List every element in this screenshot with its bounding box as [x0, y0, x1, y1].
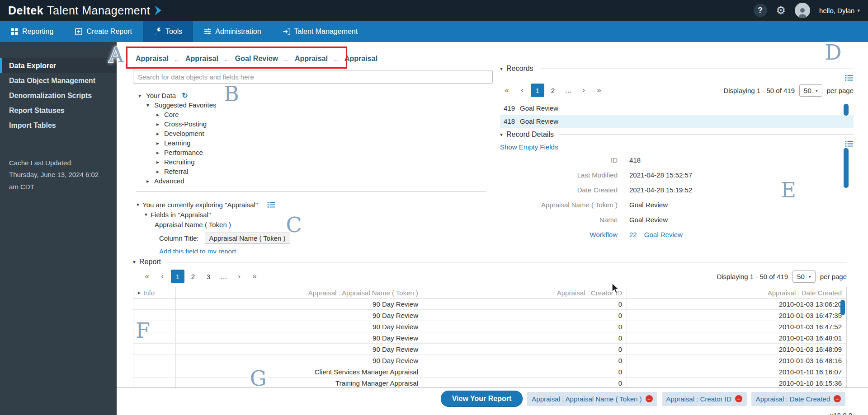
record-details-header[interactable]: ▾ Record Details	[500, 131, 854, 139]
tree-node-recruiting[interactable]: ▸ Recruiting	[156, 157, 495, 167]
fields-in-header[interactable]: ▾ Fields in "Appraisal"	[145, 210, 495, 219]
info-column-header[interactable]: ▸ Info	[133, 287, 176, 298]
table-row[interactable]: 90 Day Review02010-01-03 13:06:20	[133, 298, 846, 310]
workflow-id-link[interactable]: 22	[629, 231, 637, 238]
caret-down-icon[interactable]: ▾	[500, 65, 503, 72]
tree-node-learning[interactable]: ▸ Learning	[156, 138, 495, 148]
sidebar-item-report-statuses[interactable]: Report Statuses	[0, 103, 117, 118]
column-header-appraisal-name[interactable]: Appraisal : Appraisal Name ( Token )	[176, 287, 423, 298]
records-header[interactable]: ▾ Records	[500, 65, 854, 73]
view-report-button[interactable]: View Your Report	[441, 391, 523, 407]
refresh-icon[interactable]: ↻	[182, 91, 188, 100]
caret-right-icon[interactable]: ▸	[156, 121, 161, 127]
caret-right-icon[interactable]: ▸	[146, 178, 151, 184]
caret-down-icon[interactable]: ▾	[145, 211, 147, 218]
first-page-button[interactable]: «	[140, 270, 154, 283]
remove-field-icon[interactable]: −	[735, 395, 742, 402]
record-row-selected[interactable]: 418 Goal Review	[500, 115, 854, 128]
table-row[interactable]: 90 Day Review02010-01-03 16:48:16	[133, 355, 846, 366]
user-menu[interactable]: hello, Dylan ▾	[819, 7, 860, 14]
sidebar-item-import-tables[interactable]: Import Tables	[0, 118, 117, 133]
tree-node-suggested-favorites[interactable]: ▾ Suggested Favorites	[146, 100, 495, 110]
nav-tab-create-report[interactable]: Create Report	[64, 21, 143, 42]
report-field-chip[interactable]: Appraisal : Creator ID −	[662, 392, 747, 406]
table-row[interactable]: Training Manager Appraisal02010-01-10 16…	[133, 378, 846, 388]
brand-logo[interactable]: Deltek Talent Management	[8, 4, 161, 17]
next-page-button[interactable]: ›	[232, 270, 246, 283]
tree-node-your-data[interactable]: ▾ Your Data ↻	[138, 91, 495, 100]
page-button-2[interactable]: 2	[186, 270, 200, 283]
page-button-2[interactable]: 2	[546, 84, 560, 97]
add-field-link[interactable]: Add this field to my report	[159, 247, 236, 254]
page-button-1[interactable]: 1	[531, 84, 544, 97]
remove-field-icon[interactable]: −	[834, 395, 841, 402]
caret-down-icon[interactable]: ▾	[137, 201, 139, 208]
page-button-1[interactable]: 1	[171, 270, 184, 283]
caret-right-icon[interactable]: ▸	[156, 149, 161, 156]
last-page-button[interactable]: »	[248, 270, 261, 283]
tree-node-cross-posting[interactable]: ▸ Cross-Posting	[156, 119, 495, 129]
help-icon[interactable]: ?	[754, 4, 767, 17]
caret-right-icon[interactable]: ▸	[156, 168, 161, 175]
list-icon[interactable]	[845, 140, 854, 147]
nav-tab-reporting[interactable]: Reporting	[0, 21, 64, 42]
show-empty-fields-link[interactable]: Show Empty Fields	[500, 143, 558, 151]
tree-node-advanced[interactable]: ▸ Advanced	[146, 176, 495, 186]
nav-tab-administration[interactable]: Administration	[193, 21, 272, 42]
sidebar-item-data-object-management[interactable]: Data Object Management	[0, 73, 117, 88]
report-header[interactable]: ▾ Report	[133, 253, 847, 266]
table-row[interactable]: 90 Day Review02010-01-03 16:47:35	[133, 310, 846, 321]
page-size-select[interactable]: 50 ▾	[799, 84, 822, 97]
last-page-button[interactable]: »	[592, 84, 606, 97]
breadcrumb-item[interactable]: Appraisal	[344, 55, 377, 63]
report-field-chip[interactable]: Appraisal : Date Created −	[751, 392, 845, 406]
page-size-select[interactable]: 50 ▾	[793, 270, 816, 283]
sidebar-item-data-explorer[interactable]: Data Explorer	[0, 58, 117, 73]
prev-page-button[interactable]: ‹	[156, 270, 169, 283]
list-icon[interactable]	[845, 75, 854, 81]
search-input[interactable]	[133, 70, 493, 84]
nav-tab-tools[interactable]: Tools	[143, 21, 193, 42]
breadcrumb-item[interactable]: Appraisal	[136, 55, 169, 63]
table-row[interactable]: 90 Day Review02010-01-03 16:47:52	[133, 321, 846, 332]
caret-down-icon[interactable]: ▾	[146, 102, 151, 108]
table-row[interactable]: Client Services Manager Appraisal02010-0…	[133, 366, 846, 378]
caret-right-icon[interactable]: ▸	[156, 112, 161, 118]
remove-field-icon[interactable]: −	[646, 395, 653, 402]
breadcrumb-item[interactable]: Appraisal	[185, 55, 218, 63]
column-header-date-created[interactable]: Appraisal : Date Created	[627, 287, 846, 298]
caret-right-icon[interactable]: ▸	[156, 140, 161, 146]
page-button-3[interactable]: 3	[202, 270, 215, 283]
field-item[interactable]: Appraisal Name ( Token )	[155, 219, 495, 229]
nav-tab-talent-management[interactable]: Talent Management	[272, 21, 369, 42]
gear-icon[interactable]: ⚙	[776, 4, 786, 17]
caret-down-icon[interactable]: ▾	[138, 93, 143, 99]
record-row[interactable]: 419 Goal Review	[500, 102, 854, 115]
column-header-creator-id[interactable]: Appraisal : Creator ID	[423, 287, 627, 298]
tree-node-performance[interactable]: ▸ Performance	[156, 148, 495, 157]
sidebar-item-denormalization-scripts[interactable]: Denormalization Scripts	[0, 88, 117, 103]
first-page-button[interactable]: «	[500, 84, 514, 97]
scrollbar-thumb[interactable]	[844, 104, 849, 116]
caret-right-icon[interactable]: ▸	[138, 289, 141, 296]
workflow-name-link[interactable]: Goal Review	[644, 231, 683, 238]
caret-down-icon[interactable]: ▾	[133, 259, 136, 265]
tree-node-development[interactable]: ▸ Development	[156, 129, 495, 138]
table-row[interactable]: 90 Day Review02010-01-03 16:48:09	[133, 344, 846, 355]
caret-right-icon[interactable]: ▸	[156, 159, 161, 165]
table-row[interactable]: 90 Day Review02010-01-03 16:48:01	[133, 332, 846, 344]
scrollbar-thumb[interactable]	[844, 148, 849, 188]
prev-page-button[interactable]: ‹	[515, 84, 529, 97]
scrollbar-thumb[interactable]	[840, 300, 845, 315]
breadcrumb-item[interactable]: Appraisal	[295, 55, 328, 63]
tree-node-referral[interactable]: ▸ Referral	[156, 167, 495, 176]
exploring-header[interactable]: ▾ You are currently exploring "Appraisal…	[137, 200, 495, 210]
next-page-button[interactable]: ›	[577, 84, 590, 97]
column-title-input[interactable]: Appraisal Name ( Token )	[205, 233, 290, 244]
list-icon[interactable]	[267, 201, 276, 208]
report-field-chip[interactable]: Appraisal : Appraisal Name ( Token ) −	[527, 392, 657, 406]
breadcrumb-item[interactable]: Goal Review	[235, 55, 278, 63]
workflow-link[interactable]: Workflow	[500, 231, 629, 238]
tree-node-core[interactable]: ▸ Core	[156, 110, 495, 119]
avatar[interactable]	[795, 3, 810, 18]
